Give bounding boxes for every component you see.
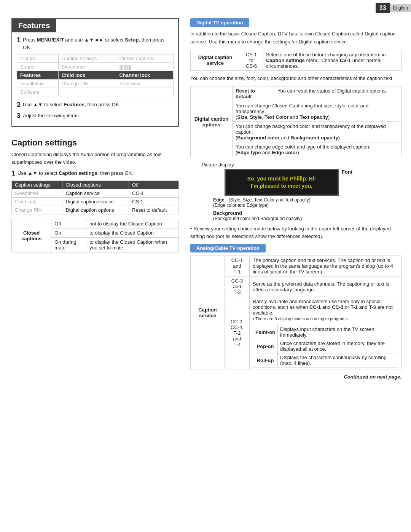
cc1-t1-cell: CC-1andT-1 [225, 256, 250, 276]
cc2-cc4-cell: CC-2,CC-4,T-2andT-4 [225, 297, 250, 369]
reset-desc: You can reset the status of Digital capt… [274, 86, 401, 101]
cc3-t3-desc: Serve as the preferred data channels. Th… [250, 276, 401, 297]
caption-menu-cell: Closed captions [62, 181, 129, 189]
caption-intro: Closed Captioning displays the Audio por… [11, 151, 179, 166]
menu-row: Picture Caption settings Closed captions [17, 54, 174, 63]
caption-step1-num: 1 [11, 169, 15, 177]
pop-on-label: Pop-on [253, 339, 278, 353]
caption-line1: So, you must be Phillip. Hi! [247, 176, 316, 182]
caption-step1-line: 1 Use ▲▼ to select Caption settings, the… [11, 169, 179, 177]
display-mode-row: Paint-on Displays input characters on th… [253, 325, 398, 339]
paint-on-desc: Displays input characters on the TV scre… [278, 325, 398, 339]
edge-type-label: (Edge color and Edge type) [213, 203, 269, 208]
caption-menu-cell: Change PIN [12, 206, 62, 214]
menu-cell: Features [17, 71, 59, 80]
caption-menu-cell: Digital caption service [62, 198, 129, 206]
menu-cell: Start now [116, 80, 174, 88]
step3-num: 3 [17, 112, 21, 120]
menu-cell: Caption settings [58, 54, 116, 63]
step1-num: 1 [17, 36, 21, 44]
display-mode-row: Roll-up Displays the characters continuo… [253, 353, 398, 367]
caption-menu-cell: Caption service [62, 189, 129, 198]
caption-menu-cell: Caption settings [12, 181, 62, 189]
menu-row: Sound Sleeptimer ||||||||||||||| [17, 63, 174, 71]
menu-row: Installation Change PIN Start now [17, 80, 174, 88]
tv-caption-text: So, you must be Phillip. Hi! I'm pleased… [244, 174, 319, 192]
cc-desc: not to display the Closed Caption [86, 219, 178, 228]
menu-row: Software [17, 88, 174, 96]
page-badge: 33 English [376, 3, 411, 13]
digital-option-row2: You can change background color and tran… [233, 122, 401, 142]
edge-desc: (Style, Size, Text Color and Text opacit… [229, 197, 311, 203]
digital-options-row: Digital captionoptions Reset to default … [191, 86, 401, 101]
cc-option: On [51, 228, 86, 238]
bg-label: Background [213, 210, 352, 216]
roll-up-label: Roll-up [253, 353, 278, 367]
analog-tv-banner: Analog/Cable TV operation [190, 244, 266, 252]
menu-cell: Change PIN [58, 80, 116, 88]
digital-tv-intro: In addition to the basic Closed Caption,… [190, 30, 401, 46]
step-2-line: 2 Use ▲▼ to select Features, then press … [17, 101, 174, 109]
step1-text: Press MENU/EXIT and use ▲▼◄► to select S… [23, 36, 174, 51]
caption-settings-heading: Caption settings [11, 138, 179, 148]
analog-table: Caption service CC-1andT-1 The primary c… [190, 256, 401, 369]
caption-section: Caption settings Closed Captioning displ… [11, 138, 179, 252]
roll-up-desc: Displays the characters continuously by … [278, 353, 398, 367]
step2-text: Use ▲▼ to select Features, then press OK… [23, 101, 120, 109]
edge-labels: Edge (Style, Size, Text Color and Text o… [213, 197, 352, 208]
step-1-line: 1 Press MENU/EXIT and use ▲▼◄► to select… [17, 36, 174, 51]
step-3-line: 3 Adjust the following items. [17, 112, 174, 120]
bg-desc: (Background color and Background opacity… [213, 216, 352, 221]
closed-captions-label: Closed captions [12, 219, 51, 252]
features-title: Features [12, 19, 56, 32]
features-menu-table: Picture Caption settings Closed captions… [17, 54, 174, 96]
caption-menu-row: Sleeptimer Caption service CC-1 [12, 189, 179, 198]
analog-row: Caption service CC-1andT-1 The primary c… [191, 256, 401, 276]
paint-on-label: Paint-on [253, 325, 278, 339]
cc-option: Off [51, 219, 86, 228]
digital-caption-row: Digital captionservice CS-1toCS-6 Select… [191, 50, 401, 70]
menu-cell: Child lock [58, 71, 116, 80]
caption-menu-cell: Sleeptimer [12, 189, 62, 198]
digital-caption-desc: Selects one of these before changing any… [263, 50, 401, 70]
edge-label: Edge [213, 197, 224, 203]
digital-options-table: Digital captionoptions Reset to default … [190, 86, 401, 157]
caption-menu-cell: CS-1 [129, 198, 179, 206]
pop-on-desc: Once characters are stored in memory, th… [278, 339, 398, 353]
cc2-cc4-intro: Rarely available and broadcasters use th… [250, 297, 401, 323]
cc1-t1-desc: The primary caption and text services. T… [250, 256, 401, 276]
review-bullet: Review your setting choice made below by… [190, 225, 401, 240]
font-label: Font [342, 169, 352, 175]
menu-cell: Sound [17, 63, 59, 71]
language-label: English [390, 4, 411, 12]
caption-menu-cell: Child lock [12, 198, 62, 206]
menu-cell bar-cell: ||||||||||||||| [116, 63, 174, 71]
features-content: 1 Press MENU/EXIT and use ▲▼◄► to select… [12, 32, 178, 126]
picture-display-label: Picture display [202, 162, 401, 168]
menu-cell [58, 88, 116, 96]
left-column: Features 1 Press MENU/EXIT and use ▲▼◄► … [11, 18, 179, 252]
menu-row-highlight: Features Child lock Channel lock [17, 71, 174, 80]
cc-desc: to display the Closed Caption when you s… [86, 238, 178, 252]
caption-line2: I'm pleased to meet you. [251, 183, 312, 189]
digital-tv-intro2: You can choose the size, font, color, ba… [190, 75, 401, 83]
step3-text: Adjust the following items. [23, 112, 80, 120]
caption-menu-row: Change PIN Digital caption options Reset… [12, 206, 179, 214]
menu-cell: Installation [17, 80, 59, 88]
menu-cell: Sleeptimer [58, 63, 116, 71]
menu-cell [116, 88, 174, 96]
reset-to-default-label: Reset to default [233, 86, 274, 101]
caption-service-label: Caption service [191, 256, 225, 369]
digital-options-label: Digital captionoptions [191, 86, 233, 157]
display-mode-row: Pop-on Once characters are stored in mem… [253, 339, 398, 353]
continued-text: Continued on next page. [190, 374, 401, 380]
display-modes-table: Paint-on Displays input characters on th… [253, 325, 398, 367]
page-number: 33 [376, 3, 390, 13]
paint-on-row: Paint-on Displays input characters on th… [250, 323, 401, 369]
tv-screen: So, you must be Phillip. Hi! I'm pleased… [225, 169, 339, 196]
caption-menu-row-highlight: Caption settings Closed captions Off [12, 181, 179, 189]
caption-step1-text: Use ▲▼ to select Caption settings, then … [18, 169, 133, 177]
features-box: Features 1 Press MENU/EXIT and use ▲▼◄► … [11, 18, 179, 127]
divider [11, 133, 179, 133]
cc-desc: to display the Closed Caption [86, 228, 178, 238]
